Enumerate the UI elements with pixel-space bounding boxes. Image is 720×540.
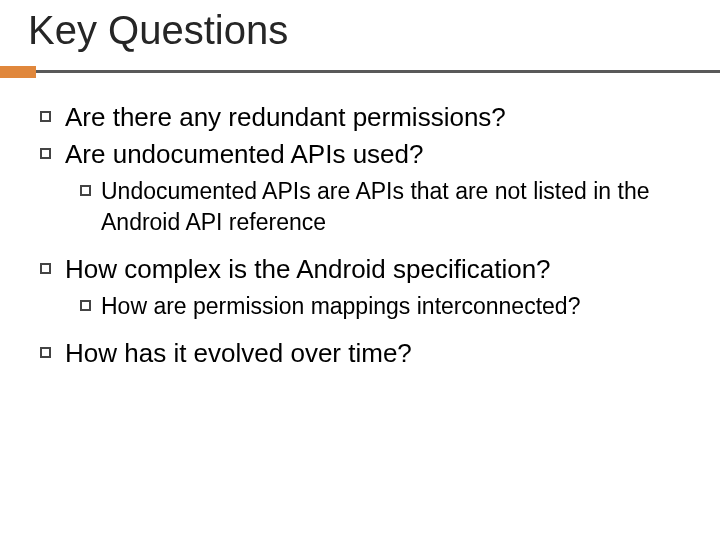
sub-bullet-text: Undocumented APIs are APIs that are not … — [101, 176, 690, 238]
square-bullet-icon — [80, 300, 91, 311]
sub-bullet-text: How are permission mappings interconnect… — [101, 291, 580, 322]
slide-body: Are there any redundant permissions? Are… — [40, 100, 690, 374]
bullet-item: How complex is the Android specification… — [40, 252, 690, 287]
square-bullet-icon — [40, 263, 51, 274]
square-bullet-icon — [80, 185, 91, 196]
bullet-text: How complex is the Android specification… — [65, 252, 551, 287]
bullet-item: Are undocumented APIs used? — [40, 137, 690, 172]
slide-title: Key Questions — [28, 8, 288, 53]
slide: Key Questions Are there any redundant pe… — [0, 0, 720, 540]
divider-accent — [0, 66, 36, 78]
bullet-text: How has it evolved over time? — [65, 336, 412, 371]
sub-bullet-item: How are permission mappings interconnect… — [80, 291, 690, 322]
divider-line — [0, 70, 720, 73]
bullet-item: How has it evolved over time? — [40, 336, 690, 371]
square-bullet-icon — [40, 148, 51, 159]
bullet-item: Are there any redundant permissions? — [40, 100, 690, 135]
square-bullet-icon — [40, 111, 51, 122]
bullet-text: Are there any redundant permissions? — [65, 100, 506, 135]
square-bullet-icon — [40, 347, 51, 358]
sub-bullet-item: Undocumented APIs are APIs that are not … — [80, 176, 690, 238]
bullet-text: Are undocumented APIs used? — [65, 137, 423, 172]
